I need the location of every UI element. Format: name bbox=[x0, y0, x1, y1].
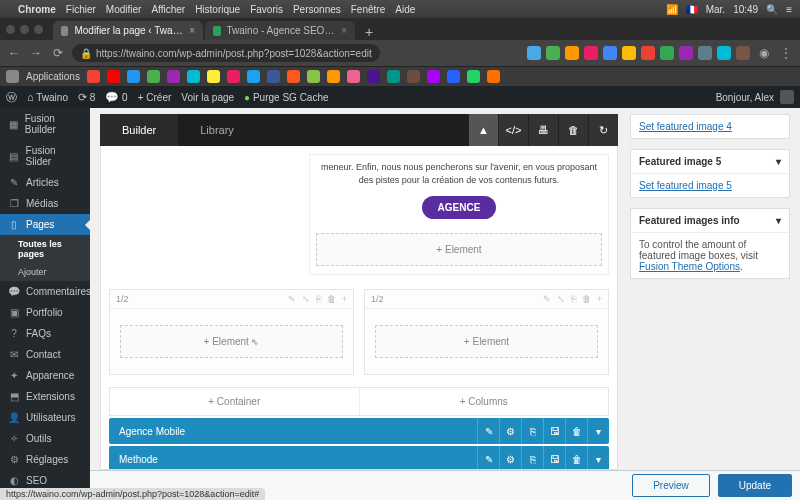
trash-icon[interactable]: 🗑 bbox=[327, 294, 336, 304]
add-element-button[interactable]: + Element bbox=[375, 325, 598, 358]
menu-view[interactable]: Afficher bbox=[151, 4, 185, 15]
browser-tab[interactable]: Modifier la page ‹ Twaino — W… × bbox=[53, 21, 203, 40]
wp-site-home[interactable]: ⌂ Twaino bbox=[27, 91, 68, 103]
wp-greeting[interactable]: Bonjour, Alex bbox=[716, 92, 774, 103]
extension-icon[interactable] bbox=[698, 46, 712, 60]
add-icon[interactable]: + bbox=[342, 294, 347, 304]
bookmark-icon[interactable] bbox=[427, 70, 440, 83]
sidebar-item-contact[interactable]: ✉Contact bbox=[0, 344, 90, 365]
bookmark-icon[interactable] bbox=[227, 70, 240, 83]
wp-purge-cache[interactable]: ● Purge SG Cache bbox=[244, 92, 328, 103]
metabox-heading[interactable]: Featured images info▾ bbox=[631, 209, 789, 233]
bookmark-icon[interactable] bbox=[407, 70, 420, 83]
fusion-theme-options-link[interactable]: Fusion Theme Options bbox=[639, 261, 740, 272]
bookmark-icon[interactable] bbox=[107, 70, 120, 83]
bookmark-icon[interactable] bbox=[247, 70, 260, 83]
wp-new[interactable]: + Créer bbox=[138, 92, 172, 103]
status-wifi-icon[interactable]: 📶 bbox=[666, 4, 678, 15]
extension-icon[interactable] bbox=[584, 46, 598, 60]
menu-people[interactable]: Personnes bbox=[293, 4, 341, 15]
save-icon[interactable]: 🖫 bbox=[543, 446, 565, 470]
menu-edit[interactable]: Modifier bbox=[106, 4, 142, 15]
chevron-down-icon[interactable]: ▾ bbox=[587, 418, 609, 444]
save-icon[interactable]: 🖫 bbox=[543, 418, 565, 444]
extension-icon[interactable] bbox=[641, 46, 655, 60]
bookmark-icon[interactable] bbox=[487, 70, 500, 83]
menu-help[interactable]: Aide bbox=[395, 4, 415, 15]
spotlight-icon[interactable]: 🔍 bbox=[766, 4, 778, 15]
tab-library[interactable]: Library bbox=[178, 114, 256, 146]
sidebar-item-pages[interactable]: ▯Pages bbox=[0, 214, 90, 235]
close-tab-icon[interactable]: × bbox=[189, 25, 195, 36]
add-columns-button[interactable]: + Columns bbox=[359, 388, 609, 415]
avatar[interactable] bbox=[780, 90, 794, 104]
wp-logo-icon[interactable]: ⓦ bbox=[6, 90, 17, 105]
clone-icon[interactable]: ⎘ bbox=[521, 446, 543, 470]
trash-icon[interactable]: 🗑 bbox=[565, 418, 587, 444]
clone-icon[interactable]: ⎘ bbox=[521, 418, 543, 444]
extension-icon[interactable] bbox=[679, 46, 693, 60]
arrow-up-icon[interactable]: ▲ bbox=[468, 114, 498, 146]
sidebar-item-outils[interactable]: ✧Outils bbox=[0, 428, 90, 449]
window-controls[interactable] bbox=[6, 25, 43, 34]
code-icon[interactable]: </> bbox=[498, 114, 528, 146]
sidebar-item-médias[interactable]: ❐Médias bbox=[0, 193, 90, 214]
sidebar-item-fusion-builder[interactable]: ▦Fusion Builder bbox=[0, 108, 90, 140]
section-title[interactable]: Agence Mobile bbox=[109, 419, 477, 444]
sidebar-item-portfolio[interactable]: ▣Portfolio bbox=[0, 302, 90, 323]
bookmark-icon[interactable] bbox=[267, 70, 280, 83]
resize-icon[interactable]: ⤡ bbox=[557, 294, 565, 304]
chrome-menu-icon[interactable]: ⋮ bbox=[778, 46, 794, 60]
extension-icon[interactable] bbox=[603, 46, 617, 60]
close-tab-icon[interactable]: × bbox=[341, 25, 347, 36]
menu-bookmarks[interactable]: Favoris bbox=[250, 4, 283, 15]
extension-icon[interactable] bbox=[622, 46, 636, 60]
sidebar-item-extensions[interactable]: ⬒Extensions bbox=[0, 386, 90, 407]
forward-icon[interactable]: → bbox=[28, 46, 44, 60]
add-icon[interactable]: + bbox=[597, 294, 602, 304]
bookmark-icon[interactable] bbox=[167, 70, 180, 83]
clone-icon[interactable]: ⎘ bbox=[316, 294, 321, 304]
add-element-button[interactable]: + Element bbox=[316, 233, 602, 266]
set-featured-image-5-link[interactable]: Set featured image 5 bbox=[639, 180, 732, 191]
profile-icon[interactable]: ◉ bbox=[756, 46, 772, 60]
tab-builder[interactable]: Builder bbox=[100, 114, 178, 146]
menu-chrome[interactable]: Chrome bbox=[18, 4, 56, 15]
menu-history[interactable]: Historique bbox=[195, 4, 240, 15]
chevron-down-icon[interactable]: ▾ bbox=[587, 446, 609, 470]
browser-tab[interactable]: Twaino - Agence SEO | Croiss… × bbox=[205, 21, 355, 40]
extension-icon[interactable] bbox=[565, 46, 579, 60]
bookmark-icon[interactable] bbox=[147, 70, 160, 83]
back-icon[interactable]: ← bbox=[6, 46, 22, 60]
print-icon[interactable]: 🖶 bbox=[528, 114, 558, 146]
preview-button[interactable]: Preview bbox=[632, 474, 710, 497]
menu-window[interactable]: Fenêtre bbox=[351, 4, 385, 15]
trash-icon[interactable]: 🗑 bbox=[558, 114, 588, 146]
trash-icon[interactable]: 🗑 bbox=[565, 446, 587, 470]
bookmark-icon[interactable] bbox=[207, 70, 220, 83]
reload-icon[interactable]: ⟳ bbox=[50, 46, 66, 60]
bookmark-icon[interactable] bbox=[327, 70, 340, 83]
bookmark-icon[interactable] bbox=[187, 70, 200, 83]
sidebar-item-faqs[interactable]: ?FAQs bbox=[0, 323, 90, 344]
new-tab-button[interactable]: + bbox=[357, 24, 381, 40]
bookmark-icon[interactable] bbox=[287, 70, 300, 83]
menu-file[interactable]: Fichier bbox=[66, 4, 96, 15]
clone-icon[interactable]: ⎘ bbox=[571, 294, 576, 304]
extension-icon[interactable] bbox=[546, 46, 560, 60]
bookmark-icon[interactable] bbox=[387, 70, 400, 83]
extension-icon[interactable] bbox=[736, 46, 750, 60]
edit-icon[interactable]: ✎ bbox=[477, 446, 499, 470]
resize-icon[interactable]: ⤡ bbox=[302, 294, 310, 304]
bookmark-icon[interactable] bbox=[347, 70, 360, 83]
sidebar-item-fusion-slider[interactable]: ▤Fusion Slider bbox=[0, 140, 90, 172]
wp-comments[interactable]: 💬 0 bbox=[105, 91, 127, 104]
wp-view-page[interactable]: Voir la page bbox=[181, 92, 234, 103]
address-bar[interactable]: 🔒 https://twaino.com/wp-admin/post.php?p… bbox=[72, 44, 380, 62]
bookmark-icon[interactable] bbox=[127, 70, 140, 83]
trash-icon[interactable]: 🗑 bbox=[582, 294, 591, 304]
section-title[interactable]: Methode bbox=[109, 447, 477, 470]
cta-button[interactable]: AGENCE bbox=[422, 196, 497, 219]
sidebar-item-utilisateurs[interactable]: 👤Utilisateurs bbox=[0, 407, 90, 428]
bookmark-icon[interactable] bbox=[367, 70, 380, 83]
